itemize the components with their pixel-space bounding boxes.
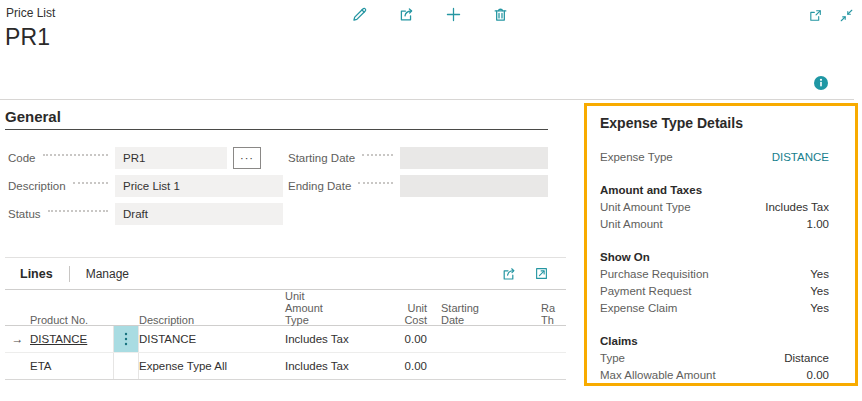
- max-allowable-amount-value: 0.00: [807, 367, 829, 384]
- dotted-leader: [48, 210, 108, 212]
- description-cell[interactable]: DISTANCE: [139, 333, 285, 345]
- group-title-claims: Claims: [600, 333, 829, 350]
- unit-amount-type-cell[interactable]: Includes Tax: [285, 333, 385, 345]
- share-icon[interactable]: [397, 5, 415, 23]
- page-caption: Price List: [6, 6, 55, 20]
- payment-request-value: Yes: [810, 283, 829, 300]
- page-title: PR1: [5, 24, 50, 51]
- share-icon[interactable]: [500, 265, 518, 283]
- dotted-leader: [43, 154, 109, 156]
- options-cell: [113, 353, 139, 379]
- factbox-row: Expense Claim Yes: [600, 300, 829, 317]
- factbox-row: Payment Request Yes: [600, 283, 829, 300]
- product-no-link[interactable]: ETA: [30, 360, 113, 372]
- group-title-amount-and-taxes: Amount and Taxes: [600, 182, 829, 199]
- delete-icon[interactable]: [491, 5, 509, 23]
- dotted-leader: [362, 154, 393, 156]
- column-header-rate-threshold[interactable]: Ra Th: [531, 302, 566, 332]
- description-field[interactable]: Price List 1: [115, 175, 283, 197]
- group-title-show-on: Show On: [600, 249, 829, 266]
- code-lookup-button[interactable]: ···: [233, 147, 261, 169]
- unit-cost-cell[interactable]: 0.00: [385, 360, 431, 372]
- field-row-description: Description Price List 1: [8, 175, 283, 197]
- dotted-leader: [358, 182, 393, 184]
- max-allowable-amount-label: Max Allowable Amount: [600, 367, 716, 384]
- column-header-unit-amount-type[interactable]: Unit Amount Type: [285, 290, 385, 332]
- factbox-row: Unit Amount Type Includes Tax: [600, 199, 829, 216]
- section-general: General: [5, 108, 548, 130]
- factbox-row: Unit Amount 1.00: [600, 216, 829, 233]
- dotted-leader: [73, 182, 108, 184]
- page-toolbar: [350, 5, 509, 23]
- product-no-link[interactable]: DISTANCE: [30, 333, 113, 345]
- column-header-unit-cost[interactable]: Unit Cost: [385, 302, 431, 332]
- current-row-arrow: →: [5, 332, 30, 346]
- code-label: Code: [8, 152, 36, 164]
- purchase-requisition-value: Yes: [810, 266, 829, 283]
- more-options-icon[interactable]: [113, 326, 139, 352]
- lines-header: Lines Manage: [5, 258, 566, 290]
- expense-type-details-factbox: Expense Type Details Expense Type DISTAN…: [584, 103, 858, 386]
- unit-amount-label: Unit Amount: [600, 216, 663, 233]
- description-cell[interactable]: Expense Type All: [139, 360, 285, 372]
- ending-date-label: Ending Date: [288, 180, 351, 192]
- edit-icon[interactable]: [350, 5, 368, 23]
- collapse-icon[interactable]: [837, 6, 855, 24]
- field-row-ending-date: Ending Date: [288, 175, 548, 197]
- general-section-title[interactable]: General: [5, 108, 548, 130]
- expense-type-link[interactable]: DISTANCE: [772, 149, 829, 166]
- unit-cost-cell[interactable]: 0.00: [385, 333, 431, 345]
- starting-date-field[interactable]: [400, 147, 548, 169]
- general-form-left: Code PR1 ··· Description Price List 1 St…: [8, 147, 283, 231]
- factbox-title: Expense Type Details: [600, 114, 829, 132]
- status-label: Status: [8, 208, 41, 220]
- factbox-row: Purchase Requisition Yes: [600, 266, 829, 283]
- header-divider: [0, 99, 854, 100]
- field-row-status: Status Draft: [8, 203, 283, 225]
- expense-claim-value: Yes: [810, 300, 829, 317]
- lines-tab[interactable]: Lines: [20, 267, 53, 281]
- purchase-requisition-label: Purchase Requisition: [600, 266, 709, 283]
- expense-claim-label: Expense Claim: [600, 300, 677, 317]
- unit-amount-type-value: Includes Tax: [765, 199, 829, 216]
- window-controls: [806, 6, 855, 24]
- column-header-description[interactable]: Description: [139, 314, 285, 332]
- unit-amount-type-cell[interactable]: Includes Tax: [285, 360, 385, 372]
- claims-type-label: Type: [600, 350, 625, 367]
- column-header-starting-date[interactable]: Starting Date: [431, 302, 531, 332]
- field-row-code: Code PR1 ···: [8, 147, 283, 169]
- starting-date-label: Starting Date: [288, 152, 355, 164]
- open-in-new-window-icon[interactable]: [806, 6, 824, 24]
- claims-type-value: Distance: [784, 350, 829, 367]
- focus-mode-icon[interactable]: [532, 265, 550, 283]
- ending-date-field[interactable]: [400, 175, 548, 197]
- description-label: Description: [8, 180, 66, 192]
- unit-amount-type-label: Unit Amount Type: [600, 199, 691, 216]
- status-field[interactable]: Draft: [115, 203, 283, 225]
- code-field[interactable]: PR1: [115, 147, 227, 169]
- unit-amount-value: 1.00: [807, 216, 829, 233]
- lines-card: Lines Manage Product No. Description Uni…: [5, 257, 566, 381]
- column-header-product-no[interactable]: Product No.: [30, 314, 113, 332]
- lines-header-separator: [69, 266, 70, 282]
- payment-request-label: Payment Request: [600, 283, 691, 300]
- info-icon[interactable]: [813, 75, 829, 91]
- manage-menu-button[interactable]: Manage: [86, 267, 129, 281]
- expense-type-label: Expense Type: [600, 149, 673, 166]
- factbox-row: Type Distance: [600, 350, 829, 367]
- add-icon[interactable]: [444, 5, 462, 23]
- factbox-row-expense-type: Expense Type DISTANCE: [600, 149, 829, 166]
- lines-column-headers: Product No. Description Unit Amount Type…: [5, 290, 566, 326]
- factbox-row: Max Allowable Amount 0.00: [600, 367, 829, 384]
- general-form-right: Starting Date Ending Date: [288, 147, 548, 203]
- field-row-starting-date: Starting Date: [288, 147, 548, 169]
- table-row: ETA Expense Type All Includes Tax 0.00: [5, 353, 566, 380]
